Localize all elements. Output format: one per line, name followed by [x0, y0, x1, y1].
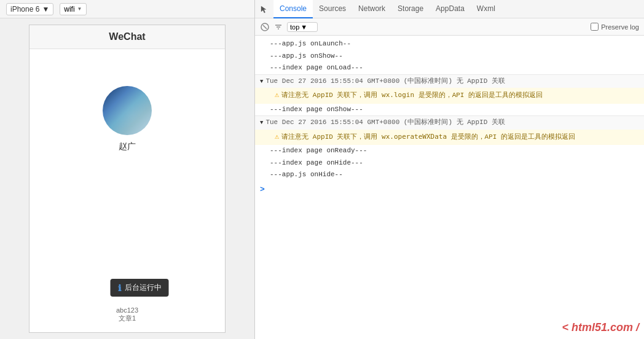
top-bar: iPhone 6 ▼ wifi ▼: [0, 0, 254, 18]
filter-value: top: [290, 23, 299, 31]
filter-chevron-icon: ▼: [300, 23, 307, 31]
app-header: WeChat: [29, 25, 225, 49]
log-level-filter[interactable]: top ▼: [287, 22, 318, 32]
preserve-log-check[interactable]: [591, 23, 599, 31]
clear-console-button[interactable]: [260, 22, 270, 32]
bottom-text-1: abc123: [116, 306, 138, 314]
device-chevron-icon: ▼: [42, 5, 49, 14]
warning-text: 请注意无 AppID 关联下，调用 wx.login 是受限的，API 的返回是…: [281, 90, 639, 101]
background-running-label: 后台运行中: [125, 282, 162, 293]
log-line: ---index page onReady---: [255, 145, 644, 157]
expand-triangle-icon[interactable]: ▼: [260, 77, 263, 86]
app-title: WeChat: [109, 31, 145, 42]
right-panel: Console Sources Network Storage AppData …: [255, 0, 644, 339]
device-label: iPhone 6: [10, 5, 39, 14]
log-line: ---index page onShow---: [255, 104, 644, 116]
wifi-selector[interactable]: wifi ▼: [60, 3, 86, 15]
phone-screen: WeChat 赵广 ℹ 后台运行中 abc123 文章1: [29, 25, 226, 333]
warning-header-text: Tue Dec 27 2016 15:55:04 GMT+0800 (中国标准时…: [265, 117, 505, 128]
log-line: ---app.js onLaunch--: [255, 38, 644, 50]
svg-line-1: [263, 25, 267, 29]
console-toolbar: top ▼ Preserve log: [255, 18, 644, 36]
bottom-info: abc123 文章1: [116, 306, 138, 323]
warning-group-header: ▼Tue Dec 27 2016 15:55:04 GMT+0800 (中国标准…: [255, 115, 644, 130]
expand-triangle-icon[interactable]: ▼: [260, 119, 263, 127]
log-line: ---app.js onShow--: [255, 50, 644, 63]
warning-group-header: ▼Tue Dec 27 2016 15:55:04 GMT+0800 (中国标准…: [255, 74, 644, 88]
log-line: ---app.js onHide--: [255, 169, 644, 181]
tab-storage[interactable]: Storage: [391, 0, 430, 18]
cursor-icon: [258, 3, 270, 15]
tab-console[interactable]: Console: [273, 0, 313, 18]
tab-network[interactable]: Network: [352, 0, 391, 18]
warning-icon: ⚠: [275, 131, 279, 143]
tab-appdata[interactable]: AppData: [430, 0, 471, 18]
tab-sources[interactable]: Sources: [313, 0, 352, 18]
filter-icon: [273, 22, 283, 32]
warning-line: ⚠请注意无 AppID 关联下，调用 wx.login 是受限的，API 的返回…: [255, 88, 644, 103]
tab-wxml[interactable]: Wxml: [471, 0, 501, 18]
log-line: ---index page onLoad---: [255, 62, 644, 74]
console-output: ---app.js onLaunch-----app.js onShow----…: [255, 36, 644, 339]
wifi-label: wifi: [64, 5, 74, 14]
info-icon: ℹ: [118, 283, 121, 293]
warning-header-text: Tue Dec 27 2016 15:55:04 GMT+0800 (中国标准时…: [265, 76, 505, 87]
device-selector[interactable]: iPhone 6 ▼: [6, 3, 53, 15]
avatar: [103, 86, 152, 135]
warning-icon: ⚠: [275, 90, 279, 101]
log-line: ---index page onHide---: [255, 157, 644, 170]
user-name: 赵广: [119, 141, 136, 152]
devtools-tabs: Console Sources Network Storage AppData …: [255, 0, 644, 18]
preserve-log-checkbox[interactable]: Preserve log: [591, 23, 639, 31]
bottom-text-2: 文章1: [116, 314, 138, 323]
console-prompt[interactable]: >: [255, 181, 644, 199]
background-running-badge: ℹ 后台运行中: [111, 279, 169, 297]
left-panel: iPhone 6 ▼ wifi ▼ WeChat 赵广 ℹ 后台运行中 abc1…: [0, 0, 255, 339]
wifi-chevron-icon: ▼: [77, 6, 82, 12]
warning-line: ⚠请注意无 AppID 关联下，调用 wx.operateWXData 是受限的…: [255, 130, 644, 145]
preserve-log-label: Preserve log: [601, 23, 639, 31]
warning-text: 请注意无 AppID 关联下，调用 wx.operateWXData 是受限的，…: [281, 131, 639, 143]
